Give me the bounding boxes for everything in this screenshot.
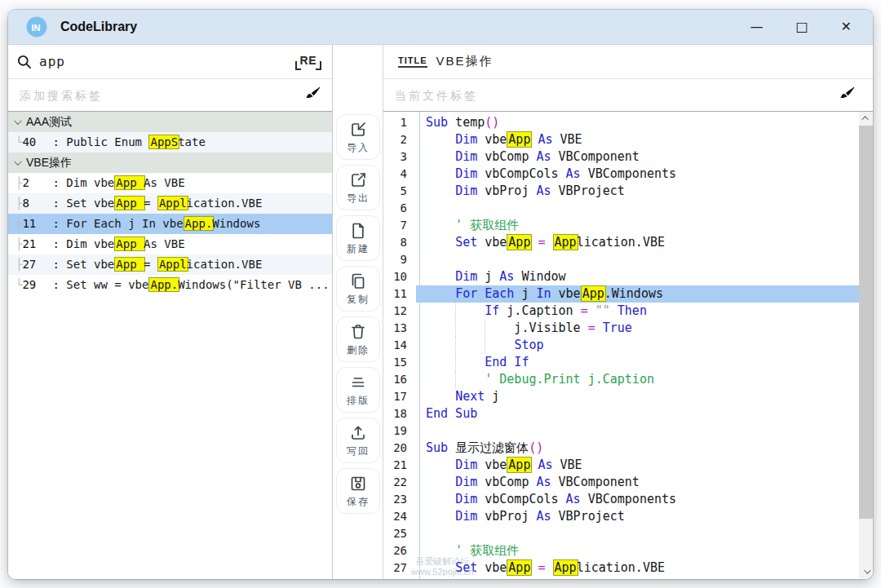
line-number: 18 (383, 405, 416, 422)
code-line[interactable]: 12 If j.Caption = "" Then (383, 303, 859, 320)
tree-connector: ├ (15, 176, 22, 189)
code-line[interactable]: 20Sub 显示过滤窗体() (383, 440, 859, 457)
line-number: 2 (383, 131, 416, 148)
tree-group-header[interactable]: AAA测试 (8, 112, 332, 132)
code-line[interactable]: 24 Dim vbProj As VBProject (383, 508, 859, 525)
editor-scrollbar[interactable] (859, 112, 873, 578)
maximize-button[interactable]: □ (795, 20, 808, 33)
match-highlight: Appl (157, 257, 188, 272)
match-highlight: App. (184, 216, 215, 231)
code-line[interactable]: 25 (383, 525, 859, 542)
new-button[interactable]: 新建 (336, 215, 380, 261)
copy-button[interactable]: 复制 (336, 266, 380, 312)
clear-file-tags-brush-icon[interactable] (837, 86, 855, 104)
line-number: 3 (383, 148, 416, 166)
search-tag-input[interactable] (20, 89, 303, 102)
scroll-up-icon[interactable] (859, 112, 873, 125)
line-number: 8 (383, 234, 416, 251)
code-line[interactable]: 1Sub temp() (383, 114, 859, 131)
tree-item[interactable]: ├8: Set vbeApp = Application.VBE (8, 193, 332, 214)
format-button[interactable]: 排版 (336, 367, 380, 413)
tree-connector: ├ (15, 237, 22, 250)
line-number: 14 (383, 337, 416, 354)
search-row: RE (8, 45, 332, 79)
line-number: 23 (383, 491, 416, 508)
tree-item[interactable]: └40: Public Enum AppState (8, 132, 332, 153)
line-number: 10 (383, 268, 416, 285)
tree-item[interactable]: ├11: For Each j In vbeApp.Windows (8, 214, 332, 234)
code-line[interactable]: 17 Next j (383, 388, 859, 405)
code-line[interactable]: 15 End If (383, 354, 859, 371)
file-title-row: TITLE VBE操作 (383, 45, 873, 79)
file-title-value[interactable]: VBE操作 (436, 54, 494, 69)
code-line[interactable]: 18End Sub (383, 405, 859, 422)
save-icon (348, 474, 368, 493)
line-number: 17 (383, 388, 416, 405)
line-number: 15 (383, 354, 416, 371)
code-line[interactable]: 19 (383, 422, 859, 440)
tree-item[interactable]: └29: Set ww = vbeApp.Windows("Filter VB … (8, 275, 332, 295)
match-highlight: App (507, 131, 532, 148)
code-line[interactable]: 5 Dim vbProj As VBProject (383, 183, 859, 200)
match-highlight: App (581, 285, 606, 302)
close-button[interactable]: ✕ (841, 20, 852, 33)
scrollbar-thumb[interactable] (859, 126, 873, 519)
code-line[interactable]: 4 Dim vbCompCols As VBComponents (383, 166, 859, 183)
code-line[interactable]: 9 (383, 251, 859, 268)
code-line[interactable]: 23 Dim vbCompCols As VBComponents (383, 491, 859, 508)
line-number: 25 (383, 525, 416, 542)
export-icon (348, 170, 368, 190)
code-line[interactable]: 27 Set vbeApp = Application.VBE (383, 559, 859, 577)
code-line[interactable]: 21 Dim vbeApp As VBE (383, 457, 859, 474)
tree-group-header[interactable]: VBE操作 (8, 153, 332, 173)
code-line[interactable]: 14 Stop (383, 337, 859, 354)
scroll-down-icon[interactable] (859, 565, 873, 578)
code-line[interactable]: 26 ' 获取组件 (383, 542, 859, 559)
line-number: 19 (383, 422, 416, 440)
writeback-button[interactable]: 写回 (336, 418, 380, 463)
title-bar: IN CodeLibrary — □ ✕ (8, 10, 873, 45)
match-highlight: App (507, 234, 532, 250)
code-line[interactable]: 22 Dim vbComp As VBComponent (383, 474, 859, 491)
code-line[interactable]: 2 Dim vbeApp As VBE (383, 131, 859, 148)
app-logo-icon: IN (26, 16, 47, 38)
code-line[interactable]: 6 (383, 200, 859, 217)
tree-connector: ├ (15, 197, 22, 210)
line-number: 26 (383, 542, 416, 559)
indent-guide (485, 337, 485, 354)
line-number: 5 (383, 183, 416, 200)
match-highlight: App (507, 457, 532, 473)
code-line[interactable]: 13 j.Visible = True (383, 320, 859, 337)
line-number: 6 (383, 200, 416, 217)
delete-button[interactable]: 删除 (336, 316, 380, 362)
format-icon (348, 373, 368, 392)
code-line[interactable]: 3 Dim vbComp As VBComponent (383, 148, 859, 166)
tree-item[interactable]: ├2: Dim vbeApp As VBE (8, 173, 332, 193)
match-highlight: App (114, 257, 145, 272)
indent-guide (455, 320, 456, 337)
tree-item[interactable]: ├27: Set vbeApp = Application.VBE (8, 254, 332, 275)
save-button[interactable]: 保存 (336, 468, 380, 514)
code-line[interactable]: 16 ' Debug.Print j.Caption (383, 371, 859, 388)
line-number: 9 (383, 251, 416, 268)
code-line[interactable]: 11 For Each j In vbeApp.Windows (383, 285, 859, 303)
code-line[interactable]: 7 ' 获取组件 (383, 217, 859, 234)
line-number: 20 (383, 440, 416, 457)
export-button[interactable]: 导出 (336, 165, 380, 210)
chevron-down-icon (14, 157, 22, 166)
code-line[interactable]: 8 Set vbeApp = Application.VBE (383, 234, 859, 251)
tree-item[interactable]: ├21: Dim vbeApp As VBE (8, 234, 332, 254)
file-tag-input[interactable] (395, 89, 837, 102)
toolbar: 导入导出新建复制删除排版写回保存 (334, 45, 383, 579)
title-label: TITLE (398, 55, 427, 68)
minimize-button[interactable]: — (750, 20, 763, 33)
regex-toggle-icon[interactable]: RE (296, 54, 321, 70)
clear-tags-brush-icon[interactable] (303, 86, 321, 104)
line-number: 22 (383, 474, 416, 491)
code-editor[interactable]: 吾爱破解论坛 www.52pojie.cn 1Sub temp()2 Dim v… (383, 111, 873, 579)
search-panel: RE AAA测试└40: Public Enum AppStateVBE操作├2… (8, 45, 333, 579)
search-input[interactable] (39, 54, 296, 69)
tree-connector: └ (15, 278, 22, 291)
code-line[interactable]: 10 Dim j As Window (383, 268, 859, 285)
import-button[interactable]: 导入 (336, 114, 380, 160)
